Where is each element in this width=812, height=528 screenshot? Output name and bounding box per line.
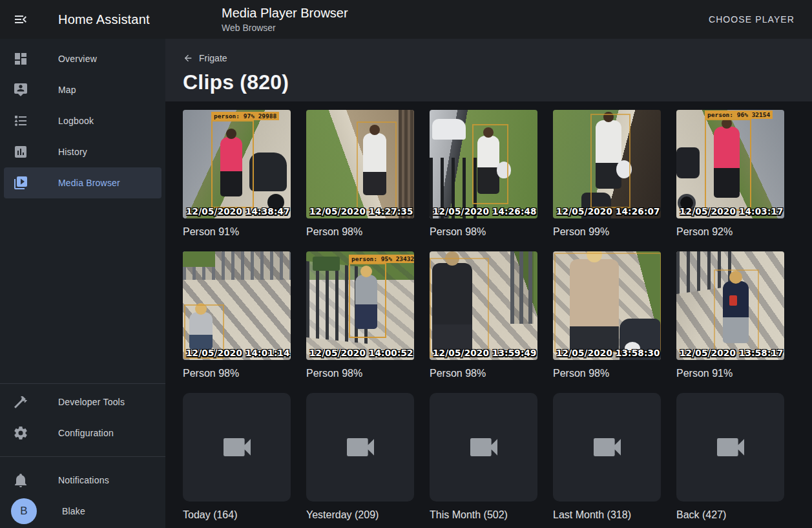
- clip-timestamp: 12/05/2020 14:03:17: [680, 206, 784, 216]
- clip-caption: Person 98%: [553, 366, 661, 380]
- content-header: Frigate Clips (820): [165, 39, 812, 101]
- folder-label: Yesterday (209): [306, 508, 414, 522]
- sidebar-item-configuration[interactable]: Configuration: [4, 417, 161, 449]
- sidebar-item-overview[interactable]: Overview: [4, 43, 161, 74]
- sidebar-item-media-browser[interactable]: Media Browser: [4, 167, 161, 198]
- clip-card[interactable]: 12/05/2020 14:01:14 Person 98%: [183, 251, 291, 380]
- clip-card[interactable]: person: 95% 23432 12/05/2020 14:00:52 Pe…: [306, 251, 414, 380]
- clip-caption: Person 99%: [553, 225, 661, 238]
- scene-prop: [313, 257, 340, 271]
- detection-bbox: [357, 121, 397, 211]
- breadcrumb[interactable]: Frigate: [183, 53, 227, 63]
- clip-thumbnail: person: 96% 32154 12/05/2020 14:03:17: [676, 110, 784, 218]
- folder-label: Back (427): [676, 508, 784, 522]
- folder-card[interactable]: This Month (502): [430, 393, 537, 522]
- page-head: Media Player Browser Web Browser: [222, 5, 348, 34]
- detection-bbox: [590, 114, 630, 208]
- media-grid: person: 97% 29988 12/05/2020 14:38:47 Pe…: [165, 101, 812, 522]
- clip-timestamp: 12/05/2020 13:58:17: [680, 348, 784, 358]
- clip-caption: Person 98%: [430, 225, 537, 238]
- clip-caption: Person 98%: [430, 366, 537, 380]
- detection-bbox: [430, 258, 489, 357]
- detection-bbox: person: 96% 32154: [705, 119, 751, 211]
- detection-bbox: person: 97% 29988: [211, 120, 254, 208]
- app-title: Home Assistant: [58, 0, 150, 39]
- sidebar-tools: Developer Tools Configuration: [0, 383, 165, 449]
- sidebar-nav: Overview Map Logbook History Media Brows…: [0, 39, 165, 198]
- page-title: Media Player Browser: [222, 5, 348, 21]
- hammer-icon: [13, 394, 28, 410]
- chart-box-icon: [13, 144, 28, 160]
- clip-card[interactable]: 12/05/2020 14:27:35 Person 98%: [306, 110, 414, 238]
- clip-thumbnail: 12/05/2020 13:59:49: [430, 251, 537, 360]
- detection-label: person: 97% 29988: [211, 112, 279, 120]
- account-tooltip-icon: [13, 82, 28, 98]
- folder-card[interactable]: Today (164): [183, 393, 291, 522]
- page-subtitle: Web Browser: [222, 21, 348, 34]
- sidebar-item-notifications[interactable]: Notifications: [4, 465, 161, 496]
- video-camera-icon: [466, 429, 502, 465]
- list-bulleted-icon: [13, 113, 28, 129]
- folder-thumbnail: [553, 393, 661, 502]
- clip-timestamp: 12/05/2020 14:26:48: [433, 206, 537, 216]
- page-heading: Clips (820): [183, 70, 812, 94]
- choose-player-button[interactable]: CHOOSE PLAYER: [705, 0, 798, 39]
- clip-thumbnail: 12/05/2020 14:27:35: [306, 110, 414, 218]
- clip-caption: Person 98%: [306, 225, 414, 238]
- folder-card[interactable]: Back (427): [676, 393, 784, 522]
- clip-timestamp: 12/05/2020 13:58:30: [556, 348, 660, 358]
- folder-thumbnail: [183, 393, 291, 502]
- clip-timestamp: 12/05/2020 14:27:35: [309, 206, 413, 216]
- video-camera-icon: [219, 429, 255, 465]
- clip-timestamp: 12/05/2020 14:38:47: [186, 206, 290, 216]
- menu-open-icon: [13, 12, 28, 27]
- scene-prop: [399, 110, 414, 218]
- clip-thumbnail: 12/05/2020 13:58:17: [676, 251, 784, 360]
- detection-bbox: [472, 124, 508, 204]
- scene-prop: [676, 147, 700, 178]
- user-name: Blake: [62, 506, 85, 516]
- detection-label: person: 95% 23432: [349, 255, 414, 263]
- clip-card[interactable]: 12/05/2020 14:26:07 Person 99%: [553, 110, 661, 238]
- clip-thumbnail: 12/05/2020 14:26:07: [553, 110, 661, 218]
- video-camera-icon: [589, 429, 625, 465]
- scene-prop: [432, 119, 466, 140]
- sidebar-item-history[interactable]: History: [4, 136, 161, 167]
- detection-label: person: 96% 32154: [705, 111, 773, 119]
- clip-card[interactable]: 12/05/2020 13:59:49 Person 98%: [430, 251, 537, 380]
- sidebar-user[interactable]: B Blake: [4, 496, 161, 527]
- clip-timestamp: 12/05/2020 14:00:52: [309, 348, 413, 358]
- clip-card[interactable]: person: 97% 29988 12/05/2020 14:38:47 Pe…: [183, 110, 291, 238]
- clip-card[interactable]: 12/05/2020 13:58:30 Person 98%: [553, 251, 661, 380]
- clip-thumbnail: person: 95% 23432 12/05/2020 14:00:52: [306, 251, 414, 360]
- clip-card[interactable]: 12/05/2020 14:26:48 Person 98%: [430, 110, 537, 238]
- folder-thumbnail: [430, 393, 537, 502]
- sidebar: Overview Map Logbook History Media Brows…: [0, 39, 165, 528]
- folder-label: This Month (502): [430, 508, 537, 522]
- scene-prop: [183, 251, 215, 267]
- clip-card[interactable]: 12/05/2020 13:58:17 Person 91%: [676, 251, 784, 380]
- detection-bbox: [554, 253, 661, 352]
- content: Frigate Clips (820) person: 97% 29988 12…: [165, 39, 812, 528]
- view-dashboard-icon: [13, 51, 28, 67]
- folder-card[interactable]: Yesterday (209): [306, 393, 414, 522]
- sidebar-item-developer-tools[interactable]: Developer Tools: [4, 386, 161, 417]
- back-arrow-icon: [183, 53, 193, 63]
- clip-card[interactable]: person: 96% 32154 12/05/2020 14:03:17 Pe…: [676, 110, 784, 238]
- video-camera-icon: [713, 429, 749, 465]
- notifications-label: Notifications: [58, 475, 109, 485]
- clip-timestamp: 12/05/2020 13:59:49: [433, 348, 537, 358]
- folder-label: Today (164): [183, 508, 291, 522]
- gear-icon: [13, 425, 28, 441]
- clip-thumbnail: person: 97% 29988 12/05/2020 14:38:47: [183, 110, 291, 218]
- scene-prop: [510, 251, 534, 324]
- folder-card[interactable]: Last Month (318): [553, 393, 661, 522]
- sidebar-item-map[interactable]: Map: [4, 74, 161, 105]
- menu-open-button[interactable]: [13, 12, 28, 27]
- video-camera-icon: [342, 429, 379, 465]
- sidebar-item-logbook[interactable]: Logbook: [4, 105, 161, 136]
- sidebar-divider-bottom: [0, 456, 165, 457]
- folder-label: Last Month (318): [553, 508, 661, 522]
- clip-timestamp: 12/05/2020 14:26:07: [556, 206, 660, 216]
- clip-thumbnail: 12/05/2020 14:26:48: [430, 110, 537, 218]
